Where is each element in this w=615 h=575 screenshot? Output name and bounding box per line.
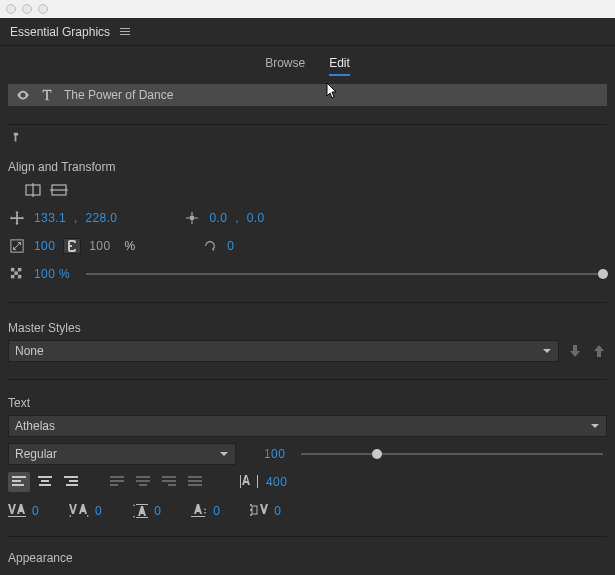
font-weight-row: Regular 100 xyxy=(8,440,607,468)
scale-y[interactable]: 100 xyxy=(89,239,110,253)
panel-header: Essential Graphics xyxy=(0,18,615,46)
justify-center-button[interactable] xyxy=(132,472,154,492)
svg-rect-33 xyxy=(136,504,148,505)
tsume-metric: 0 xyxy=(250,504,281,518)
layer-title[interactable]: The Power of Dance xyxy=(64,88,173,102)
tracking-icon xyxy=(240,475,258,489)
panel-tabs: Browse Edit xyxy=(0,46,615,84)
scale-link-icon[interactable] xyxy=(63,238,81,254)
chevron-down-icon xyxy=(590,421,600,431)
svg-rect-12 xyxy=(12,480,21,482)
section-appearance: Appearance xyxy=(8,549,607,567)
position-y[interactable]: 228.0 xyxy=(85,211,117,225)
justify-right-button[interactable] xyxy=(158,472,180,492)
anchor-y[interactable]: 0.0 xyxy=(247,211,265,225)
font-size-slider[interactable] xyxy=(301,447,603,461)
svg-rect-19 xyxy=(66,484,78,486)
font-weight-value: Regular xyxy=(15,447,57,461)
align-center-button[interactable] xyxy=(34,472,56,492)
section-master-styles: Master Styles xyxy=(8,319,607,337)
position-sep: , xyxy=(74,211,77,225)
scale-icon xyxy=(8,239,26,253)
text-align-row: 400 xyxy=(8,468,607,496)
svg-rect-23 xyxy=(136,476,150,478)
kerning-pair-icon xyxy=(69,504,89,518)
tsume-value[interactable]: 0 xyxy=(274,504,281,518)
pin-icon[interactable] xyxy=(12,131,26,145)
svg-rect-30 xyxy=(188,480,202,482)
font-weight-select[interactable]: Regular xyxy=(8,443,236,465)
svg-rect-9 xyxy=(11,275,15,279)
font-family-select[interactable]: Athelas xyxy=(8,415,607,437)
svg-rect-32 xyxy=(8,516,26,517)
svg-rect-34 xyxy=(136,517,148,518)
svg-rect-26 xyxy=(162,476,176,478)
align-vertical-center-icon[interactable] xyxy=(50,182,68,198)
align-left-button[interactable] xyxy=(8,472,30,492)
opacity-value[interactable]: 100 % xyxy=(34,267,70,281)
window-close-button[interactable] xyxy=(6,4,16,14)
font-row: Athelas xyxy=(8,412,607,440)
scale-x[interactable]: 100 xyxy=(34,239,55,253)
kerning-pair-value[interactable]: 0 xyxy=(95,504,102,518)
panel-menu-icon[interactable] xyxy=(120,28,130,35)
baseline-value[interactable]: 0 xyxy=(213,504,220,518)
paragraph-align-group xyxy=(8,472,82,492)
tab-edit[interactable]: Edit xyxy=(329,56,350,76)
rotation-value[interactable]: 0 xyxy=(227,239,234,253)
svg-rect-10 xyxy=(18,275,22,279)
align-right-button[interactable] xyxy=(60,472,82,492)
svg-rect-28 xyxy=(168,484,176,486)
opacity-slider[interactable] xyxy=(86,267,603,281)
svg-point-4 xyxy=(190,216,194,220)
visibility-eye-icon[interactable] xyxy=(16,88,30,102)
svg-rect-29 xyxy=(188,476,202,478)
svg-rect-13 xyxy=(12,484,24,486)
align-horizontal-center-icon[interactable] xyxy=(24,182,42,198)
justify-all-button[interactable] xyxy=(184,472,206,492)
svg-rect-24 xyxy=(136,480,150,482)
section-align-transform: Align and Transform xyxy=(8,158,607,176)
tracking-value[interactable]: 400 xyxy=(266,475,287,489)
window-titlebar xyxy=(0,0,615,18)
svg-rect-21 xyxy=(110,480,124,482)
svg-point-37 xyxy=(250,504,252,506)
svg-point-38 xyxy=(250,509,252,511)
anchor-x[interactable]: 0.0 xyxy=(209,211,227,225)
window-minimize-button[interactable] xyxy=(22,4,32,14)
svg-rect-27 xyxy=(162,480,176,482)
position-icon xyxy=(8,211,26,225)
svg-rect-15 xyxy=(41,480,49,482)
tab-browse[interactable]: Browse xyxy=(265,56,305,76)
scale-row: 100 100 % 0 xyxy=(8,232,607,260)
baseline-metric: 0 xyxy=(191,504,220,518)
window-zoom-button[interactable] xyxy=(38,4,48,14)
panel-title: Essential Graphics xyxy=(10,25,110,39)
leading-value[interactable]: 0 xyxy=(154,504,161,518)
section-text: Text xyxy=(8,394,607,412)
align-tools-row xyxy=(8,176,607,204)
svg-rect-36 xyxy=(252,506,257,514)
svg-rect-8 xyxy=(14,271,18,275)
push-style-down-icon[interactable] xyxy=(567,343,583,359)
svg-rect-6 xyxy=(11,268,15,272)
opacity-row: 100 % xyxy=(8,260,607,288)
layer-row[interactable]: The Power of Dance xyxy=(8,84,607,106)
justify-left-button[interactable] xyxy=(106,472,128,492)
svg-rect-18 xyxy=(69,480,78,482)
svg-rect-25 xyxy=(139,484,147,486)
svg-rect-14 xyxy=(38,476,52,478)
position-x[interactable]: 133.1 xyxy=(34,211,66,225)
svg-rect-31 xyxy=(188,484,202,486)
leading-icon xyxy=(132,504,148,518)
baseline-shift-icon xyxy=(191,504,207,518)
master-style-select[interactable]: None xyxy=(8,340,559,362)
svg-rect-7 xyxy=(18,268,22,272)
anchor-point-icon xyxy=(183,211,201,225)
font-size-value[interactable]: 100 xyxy=(264,447,285,461)
text-type-icon xyxy=(40,88,54,102)
master-style-value: None xyxy=(15,344,44,358)
chevron-down-icon xyxy=(219,449,229,459)
kerning-va-value[interactable]: 0 xyxy=(32,504,39,518)
push-style-up-icon[interactable] xyxy=(591,343,607,359)
